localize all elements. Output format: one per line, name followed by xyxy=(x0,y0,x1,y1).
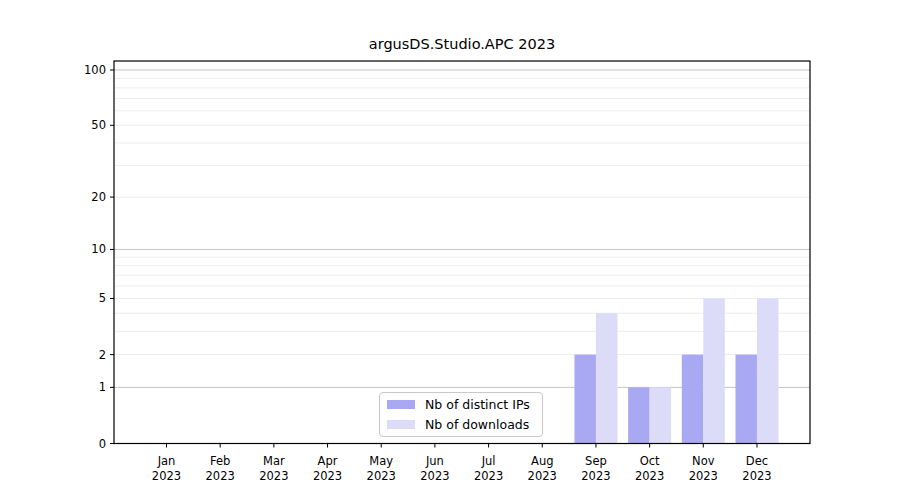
x-tick-label-month: Sep xyxy=(585,454,607,468)
y-tick-label: 2 xyxy=(99,348,106,362)
bar-distinct-ips xyxy=(628,387,650,443)
legend-swatch-distinct-ips xyxy=(387,400,415,409)
y-tick-label: 50 xyxy=(91,118,106,132)
x-tick-label-month: Dec xyxy=(746,454,768,468)
x-tick-label-year: 2023 xyxy=(635,469,664,483)
x-tick-label-year: 2023 xyxy=(581,469,610,483)
x-tick-label-month: Feb xyxy=(210,454,230,468)
y-tick-label: 5 xyxy=(99,291,106,305)
x-tick-label-year: 2023 xyxy=(420,469,449,483)
bar-downloads xyxy=(757,298,779,443)
x-tick-label-month: Nov xyxy=(692,454,715,468)
legend-label-distinct-ips: Nb of distinct IPs xyxy=(425,397,530,412)
y-tick-label: 0 xyxy=(99,437,106,451)
x-tick-label-month: Oct xyxy=(640,454,660,468)
y-tick-label: 100 xyxy=(84,63,106,77)
x-tick-label-year: 2023 xyxy=(367,469,396,483)
x-tick-label-year: 2023 xyxy=(206,469,235,483)
chart-figure: argusDS.Studio.APC 2023 0125102050100Jan… xyxy=(0,0,900,500)
legend: Nb of distinct IPs Nb of downloads xyxy=(379,392,543,437)
legend-label-downloads: Nb of downloads xyxy=(425,417,529,432)
legend-row-distinct-ips: Nb of distinct IPs xyxy=(387,397,542,412)
legend-row-downloads: Nb of downloads xyxy=(387,417,542,432)
x-tick-label-year: 2023 xyxy=(474,469,503,483)
x-tick-label-year: 2023 xyxy=(528,469,557,483)
x-tick-label-year: 2023 xyxy=(259,469,288,483)
x-tick-label-month: Jun xyxy=(425,454,444,468)
y-tick-label: 1 xyxy=(99,380,106,394)
x-tick-label-year: 2023 xyxy=(742,469,771,483)
x-tick-label-month: Jul xyxy=(481,454,496,468)
bar-downloads xyxy=(703,298,725,443)
bar-distinct-ips xyxy=(682,355,704,444)
x-tick-label-month: Jan xyxy=(157,454,176,468)
x-tick-label-month: Aug xyxy=(531,454,553,468)
y-tick-label: 10 xyxy=(91,242,106,256)
x-tick-label-month: Apr xyxy=(318,454,338,468)
x-tick-label-year: 2023 xyxy=(313,469,342,483)
bar-distinct-ips xyxy=(735,355,757,444)
bar-downloads xyxy=(596,313,618,443)
x-tick-label-year: 2023 xyxy=(152,469,181,483)
y-tick-label: 20 xyxy=(91,190,106,204)
x-tick-label-month: May xyxy=(369,454,393,468)
bar-downloads xyxy=(650,387,672,443)
x-tick-label-year: 2023 xyxy=(689,469,718,483)
bar-distinct-ips xyxy=(574,355,596,444)
legend-swatch-downloads xyxy=(387,420,415,429)
x-tick-label-month: Mar xyxy=(263,454,285,468)
